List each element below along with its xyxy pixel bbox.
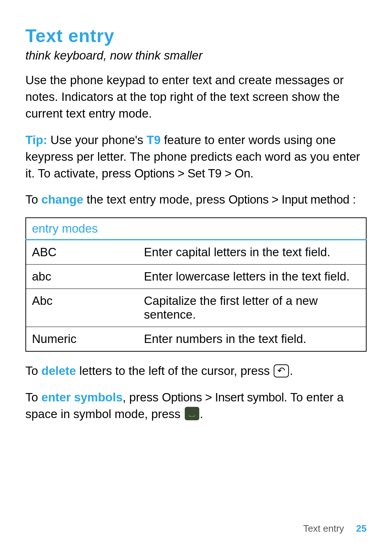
delete-keyword: delete — [41, 364, 76, 377]
desc-cell: Enter capital letters in the text field. — [138, 240, 366, 265]
table-row: Numeric Enter numbers in the text field. — [26, 327, 366, 352]
tip-menu-on: On — [234, 167, 250, 180]
tip-sep-1: > — [174, 167, 187, 180]
tip-text-1: Use your phone's — [47, 133, 147, 147]
desc-cell: Capitalize the first letter of a new sen… — [138, 289, 366, 327]
table-row: abc Enter lowercase letters in the text … — [26, 265, 366, 289]
page-footer: Text entry 25 — [303, 523, 367, 534]
page-heading: Text entry — [25, 25, 367, 46]
tip-menu-set-t9: Set T9 — [188, 167, 222, 180]
delete-end: . — [290, 364, 293, 377]
footer-section: Text entry — [303, 523, 344, 534]
symbols-text-1: To — [25, 391, 41, 404]
document-page: Text entry think keyboard, now think sma… — [0, 0, 392, 556]
mode-cell: abc — [26, 265, 138, 289]
tip-end: . — [250, 167, 253, 180]
tip-sep-2: > — [221, 167, 234, 180]
footer-page-number: 25 — [356, 523, 367, 534]
mode-cell: Abc — [26, 289, 138, 327]
entry-modes-table: entry modes ABC Enter capital letters in… — [25, 217, 367, 352]
symbols-text-2: , press — [123, 391, 162, 404]
symbols-paragraph: To enter symbols, press Options > Insert… — [25, 389, 367, 422]
tip-t9: T9 — [147, 133, 161, 147]
mode-cell: ABC — [26, 240, 138, 265]
tip-label: Tip: — [25, 133, 47, 147]
change-text-2: the text entry mode, press — [83, 193, 229, 206]
change-keyword: change — [41, 193, 83, 206]
table-header: entry modes — [26, 218, 366, 240]
delete-text-2: letters to the left of the cursor, press — [76, 364, 273, 377]
change-paragraph: To change the text entry mode, press Opt… — [25, 191, 367, 208]
table-header-row: entry modes — [26, 218, 366, 240]
symbols-menu-insert-symbol: Insert symbol — [215, 391, 284, 404]
delete-paragraph: To delete letters to the left of the cur… — [25, 363, 367, 379]
change-menu-options: Options — [228, 193, 268, 206]
change-menu-input-method: Input method — [282, 193, 350, 206]
tip-menu-options: Options — [134, 167, 174, 180]
desc-cell: Enter lowercase letters in the text fiel… — [138, 265, 366, 289]
tagline: think keyboard, now think smaller — [25, 49, 367, 62]
change-sep-1: > — [269, 193, 282, 206]
change-end: : — [349, 193, 356, 206]
back-key-icon: ↶ — [274, 364, 289, 377]
desc-cell: Enter numbers in the text field. — [138, 327, 366, 352]
mode-cell: Numeric — [26, 327, 138, 352]
delete-text-1: To — [25, 364, 41, 377]
change-text-1: To — [25, 193, 41, 206]
symbols-menu-options: Options — [162, 391, 202, 404]
symbols-keyword: enter symbols — [41, 391, 123, 404]
symbols-end: . — [200, 407, 203, 421]
symbols-sep-1: > — [202, 391, 215, 404]
space-key-icon: ⎵ — [185, 407, 199, 420]
intro-paragraph: Use the phone keypad to enter text and c… — [25, 72, 367, 122]
tip-paragraph: Tip: Use your phone's T9 feature to ente… — [25, 132, 367, 182]
table-row: Abc Capitalize the first letter of a new… — [26, 289, 366, 327]
table-row: ABC Enter capital letters in the text fi… — [26, 240, 366, 265]
